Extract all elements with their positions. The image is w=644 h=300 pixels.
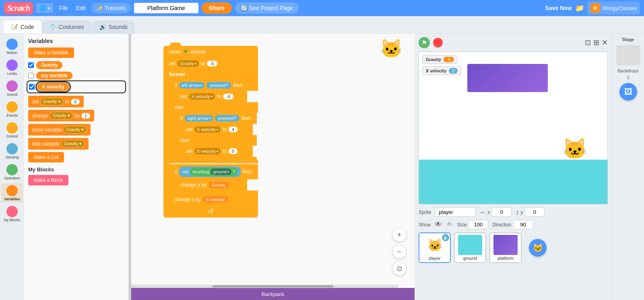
sprite-thumb-player[interactable]: 🗑 🐱 player — [419, 232, 451, 263]
show-eye-button[interactable]: 👁 — [435, 220, 442, 229]
save-now-button[interactable]: Save Now — [545, 5, 572, 11]
stop-button[interactable] — [433, 38, 443, 47]
direction-input[interactable] — [513, 220, 533, 229]
right-arrow-key[interactable]: right arrow — [185, 115, 213, 121]
show-gravity-block[interactable]: show variable Gravity ▾ — [28, 124, 124, 136]
myvariable-badge[interactable]: my variable — [36, 72, 72, 80]
zoom-out-button[interactable]: − — [392, 245, 407, 259]
hide-gravity-block[interactable]: hide variable Gravity ▾ — [28, 138, 124, 150]
tab-code[interactable]: 📝 Code — [4, 21, 41, 33]
tab-costumes[interactable]: 👕 Costumes — [42, 21, 91, 33]
gravity-dropdown[interactable]: Gravity ▾ — [40, 98, 64, 105]
see-project-button[interactable]: 🔄 See Project Page — [235, 2, 299, 14]
forever-block-header[interactable]: forever — [163, 69, 258, 80]
file-menu[interactable]: File — [56, 3, 70, 13]
large-stage-button[interactable]: ⊞ — [593, 38, 599, 47]
change-gravity-block[interactable]: change Gravity ▾ by 1 — [28, 110, 124, 121]
myvariable-checkbox[interactable] — [28, 73, 34, 78]
sprite-thumb-platform[interactable]: platform — [489, 232, 522, 263]
xvelocity-checkbox[interactable] — [29, 84, 35, 90]
sprite-text-label: Sprite — [419, 210, 431, 215]
stage-view-icons: ⊡ ⊞ ✕ — [585, 38, 608, 47]
left-bracket — [169, 91, 175, 102]
set-xvel-zero-block[interactable]: set X velocity to 0 — [180, 146, 253, 157]
script-area[interactable]: 🐱 when ⚑ clicked set Gravity to -5 forev… — [131, 34, 415, 300]
show-label: show variable — [32, 127, 62, 133]
sidebar-item-sensing[interactable]: Sensing — [1, 142, 23, 161]
sprite-thumb-ground[interactable]: ground — [454, 232, 486, 263]
green-flag-button[interactable]: ⚑ — [419, 37, 430, 48]
if-label2: if — [180, 115, 183, 121]
gravity-checkbox[interactable] — [28, 62, 34, 68]
change-x-block[interactable]: change x by X velocity — [169, 194, 258, 205]
make-list-button[interactable]: Make a List — [28, 152, 64, 162]
show-dropdown[interactable]: Gravity ▾ — [63, 126, 87, 134]
hide-eye-button[interactable]: 👁 — [446, 220, 453, 229]
if-touching-block[interactable]: if not touching ground ? then — [169, 164, 258, 179]
if-touching-inner: change y by Gravity — [175, 179, 247, 191]
make-block-button[interactable]: Make a Block — [28, 175, 68, 185]
set-xvel-left-block[interactable]: set X velocity to -4 — [175, 91, 247, 102]
user-area[interactable]: W WiingyClasses — [587, 2, 640, 14]
scrollbar-thumb[interactable] — [213, 285, 333, 288]
myblocks-dot — [6, 206, 18, 217]
xvelocity-var-row: X velocity — [28, 82, 124, 92]
set-gravity-script-block[interactable]: set Gravity to -5 — [163, 58, 258, 69]
delete-player-button[interactable]: 🗑 — [442, 234, 449, 241]
ground-dropdown[interactable]: ground — [211, 168, 231, 175]
hide-dropdown[interactable]: Gravity ▾ — [61, 140, 85, 148]
y-input[interactable] — [524, 208, 545, 217]
backpack-bar[interactable]: Backpack — [131, 288, 415, 300]
gravity-badge[interactable]: Gravity — [36, 61, 62, 69]
edit-menu[interactable]: Edit — [74, 3, 88, 13]
direction-text-label: Direction — [492, 222, 511, 228]
sidebar-item-myblocks[interactable]: My Blocks — [1, 204, 23, 224]
set-gravity-block[interactable]: set Gravity ▾ to 0 — [28, 96, 124, 107]
sprite-name-input[interactable] — [435, 208, 475, 217]
share-button[interactable]: Share — [202, 2, 232, 14]
if-right-block[interactable]: if right arrow pressed? then — [175, 113, 257, 124]
fullscreen-button[interactable]: ✕ — [602, 38, 608, 47]
cyan-ground — [419, 160, 607, 204]
sidebar-item-variables[interactable]: Variables — [1, 183, 23, 203]
forever-body: if left arrow pressed? then set X veloci… — [163, 80, 258, 205]
tab-sounds[interactable]: 🔊 Sounds — [92, 21, 135, 33]
x-input[interactable] — [491, 208, 512, 217]
add-sprite-button[interactable]: 🐱 — [529, 239, 547, 257]
sidebar-item-control[interactable]: Control — [1, 121, 23, 140]
globe-button[interactable]: 🌐 ▾ — [36, 3, 53, 13]
xvel-drop3[interactable]: X velocity — [194, 148, 221, 154]
add-backdrop-button[interactable]: 🖼 — [619, 83, 637, 101]
left-arrow-key[interactable]: left arrow — [179, 82, 204, 88]
right-inner-bracket — [175, 124, 180, 135]
small-stage-button[interactable]: ⊡ — [585, 38, 591, 47]
sidebar-item-sound[interactable]: Sound — [1, 79, 23, 98]
zoom-in-button[interactable]: + — [392, 228, 407, 242]
code-blocks: when ⚑ clicked set Gravity to -5 forever — [163, 46, 258, 218]
stage-thumbnail[interactable] — [616, 45, 640, 65]
sidebar-item-looks[interactable]: Looks — [1, 58, 23, 77]
set-label2: set — [169, 61, 175, 66]
sidebar-item-operators[interactable]: Operators — [1, 162, 23, 182]
change-y-block[interactable]: change y by Gravity — [175, 179, 247, 191]
xvelocity-badge[interactable]: X velocity — [37, 83, 69, 91]
xvel-drop1[interactable]: X velocity — [189, 93, 215, 100]
size-input[interactable] — [468, 220, 488, 229]
folder-button[interactable]: 📁 — [575, 4, 584, 12]
else2-bracket — [175, 146, 180, 157]
zoom-reset-button[interactable]: ⊙ — [392, 261, 407, 276]
sidebar-item-motion[interactable]: Motion — [1, 37, 23, 56]
to-label5: to — [223, 148, 227, 154]
project-title-input[interactable] — [134, 3, 198, 13]
change-dropdown[interactable]: Gravity ▾ — [50, 112, 73, 119]
tutorials-button[interactable]: ✨ Tutorials — [91, 3, 131, 13]
set-xvel-right-block[interactable]: set X velocity to 4 — [180, 124, 253, 135]
if-left-block[interactable]: if left arrow pressed? then — [169, 80, 258, 91]
horizontal-scrollbar[interactable] — [131, 285, 398, 288]
make-variable-button[interactable]: Make a Variable — [28, 47, 74, 58]
xvel-drop2[interactable]: X velocity — [194, 126, 221, 133]
sidebar-item-events[interactable]: Events — [1, 100, 23, 119]
when-flag-block[interactable]: when ⚑ clicked — [163, 46, 258, 58]
show-text-label: Show — [419, 222, 431, 228]
gravity-var-drop[interactable]: Gravity — [178, 60, 199, 67]
